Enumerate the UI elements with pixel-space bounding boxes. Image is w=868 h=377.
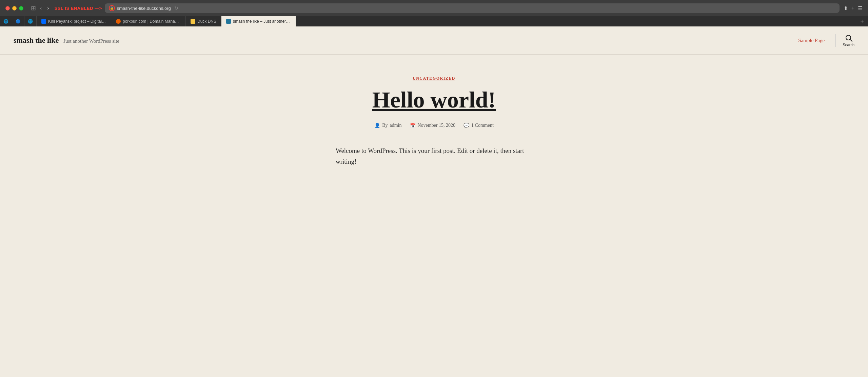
tab-label: smash the like – Just another WordPress … <box>233 19 291 24</box>
tab-label: porkbun.com | Domain Management <box>123 19 181 24</box>
tab-favicon <box>191 19 195 24</box>
tab-item[interactable]: 🌐 <box>24 16 37 26</box>
date-meta: 📅 November 15, 2020 <box>410 123 456 128</box>
tab-label: Kiril Peyanski project – DigitalOcean <box>48 19 106 24</box>
search-icon <box>845 34 853 42</box>
back-button[interactable]: ‹ <box>39 4 43 12</box>
traffic-lights <box>5 6 23 11</box>
maximize-button[interactable] <box>19 6 23 11</box>
calendar-icon: 📅 <box>410 123 416 128</box>
post-meta: 👤 By admin 📅 November 15, 2020 💬 1 Comme… <box>288 123 580 128</box>
site-main: UNCATEGORIZED Hello world! 👤 By admin 📅 … <box>281 55 587 187</box>
post-category: UNCATEGORIZED <box>288 75 580 81</box>
search-button[interactable]: Search <box>835 34 854 47</box>
address-bar-area: SSL IS ENABLED —> 🔒 smash-the-like.duckd… <box>55 3 840 13</box>
new-tab-plus-button[interactable]: + <box>860 17 865 26</box>
author-label: By <box>382 123 388 128</box>
site-title: smash the like <box>14 36 59 45</box>
extensions-button[interactable]: ☰ <box>858 5 863 12</box>
tabs-bar: 🌐 🔵 🌐 Kiril Peyanski project – DigitalOc… <box>0 16 868 26</box>
site-header: smash the like Just another WordPress si… <box>0 26 868 55</box>
wordpress-site: smash the like Just another WordPress si… <box>0 26 868 187</box>
comments-count[interactable]: 1 Comment <box>471 123 494 128</box>
author-name[interactable]: admin <box>390 123 402 128</box>
browser-actions: ⬆ + ☰ <box>844 5 863 12</box>
tab-favicon <box>226 19 231 24</box>
address-bar[interactable]: 🔒 smash-the-like.duckdns.org ↻ <box>105 3 840 13</box>
category-link[interactable]: UNCATEGORIZED <box>413 76 455 81</box>
search-label: Search <box>843 43 854 47</box>
browser-controls: ⊞ ‹ › <box>31 4 51 12</box>
comment-icon: 💬 <box>463 123 469 128</box>
new-tab-button[interactable]: + <box>851 5 854 12</box>
title-bar: ⊞ ‹ › SSL IS ENABLED —> 🔒 smash-the-like… <box>0 0 868 16</box>
site-nav: Sample Page Search <box>798 34 854 47</box>
post-content: Welcome to WordPress. This is your first… <box>336 145 532 167</box>
close-button[interactable] <box>5 6 10 11</box>
sidebar-toggle-button[interactable]: ⊞ <box>31 4 36 12</box>
site-tagline: Just another WordPress site <box>63 38 119 44</box>
tab-label: Duck DNS <box>197 19 216 24</box>
tab-duckdns[interactable]: Duck DNS <box>186 16 221 26</box>
browser-chrome: ⊞ ‹ › SSL IS ENABLED —> 🔒 smash-the-like… <box>0 0 868 26</box>
tab-porkbun[interactable]: porkbun.com | Domain Management <box>111 16 186 26</box>
forward-button[interactable]: › <box>46 4 50 12</box>
tab-item[interactable]: 🌐 <box>0 16 12 26</box>
refresh-button[interactable]: ↻ <box>174 5 178 11</box>
minimize-button[interactable] <box>12 6 17 11</box>
url-text: smash-the-like.duckdns.org <box>117 6 171 11</box>
author-meta: 👤 By admin <box>374 123 401 128</box>
svg-line-1 <box>850 40 852 41</box>
post-text: Welcome to WordPress. This is your first… <box>336 145 532 167</box>
post-title: Hello world! <box>288 87 580 113</box>
tab-wordpress[interactable]: smash the like – Just another WordPress … <box>221 16 296 26</box>
tab-favicon <box>116 19 121 24</box>
tab-item[interactable]: 🔵 <box>12 16 24 26</box>
tab-favicon <box>41 19 46 24</box>
author-icon: 👤 <box>374 123 380 128</box>
share-button[interactable]: ⬆ <box>844 5 848 12</box>
ssl-lock-container: 🔒 <box>109 5 115 11</box>
lock-icon: 🔒 <box>110 6 114 10</box>
nav-sample-page[interactable]: Sample Page <box>798 38 825 43</box>
comments-meta: 💬 1 Comment <box>463 123 494 128</box>
tab-digitalocean[interactable]: Kiril Peyanski project – DigitalOcean <box>37 16 111 26</box>
ssl-notice: SSL IS ENABLED —> <box>55 6 102 11</box>
svg-point-0 <box>846 35 851 40</box>
site-branding: smash the like Just another WordPress si… <box>14 36 119 45</box>
post-date: November 15, 2020 <box>418 123 456 128</box>
tabs-extra: + <box>856 16 868 26</box>
